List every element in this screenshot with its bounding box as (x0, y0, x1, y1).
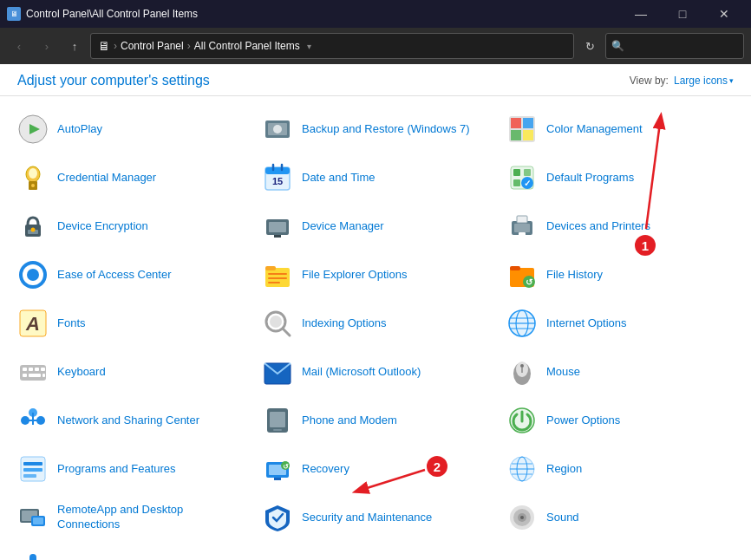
item-icon (506, 211, 538, 242)
item-icon (262, 259, 293, 290)
grid-item[interactable]: Backup and Restore (Windows 7) (253, 105, 498, 153)
item-label: Device Encryption (57, 219, 148, 234)
title-bar: 🖥 Control Panel\All Control Panel Items … (0, 0, 751, 28)
item-label: File Explorer Options (302, 268, 407, 283)
item-icon (17, 453, 49, 485)
item-label: RemoteApp and Desktop Connections (57, 503, 245, 532)
item-icon (262, 502, 293, 533)
minimize-button[interactable]: — (621, 0, 661, 28)
item-label: Ease of Access Center (57, 268, 172, 283)
back-button[interactable]: ‹ (7, 34, 31, 58)
grid-item[interactable]: Mouse (498, 348, 742, 396)
svg-point-4 (273, 125, 282, 133)
item-icon (17, 356, 49, 387)
grid-item[interactable]: Programs and Features (9, 445, 253, 493)
svg-rect-63 (23, 374, 27, 377)
grid-item[interactable]: Security and Maintenance (253, 493, 498, 542)
svg-rect-35 (519, 232, 526, 237)
item-label: Default Programs (546, 171, 634, 186)
svg-text:A: A (25, 313, 40, 335)
grid-item[interactable]: Credential Manager (9, 153, 253, 202)
item-icon (17, 550, 49, 560)
item-icon (506, 356, 538, 387)
svg-rect-9 (523, 130, 533, 140)
grid-item[interactable]: Power Options (498, 396, 742, 445)
refresh-button[interactable]: ↻ (578, 34, 602, 58)
address-chevron[interactable]: ▾ (307, 42, 311, 51)
item-label: Device Manager (302, 219, 384, 234)
item-label: File History (546, 268, 603, 283)
grid-item[interactable]: Ease of Access Center (9, 251, 253, 299)
grid-item[interactable]: Devices and Printers (498, 202, 742, 251)
forward-button[interactable]: › (35, 34, 59, 58)
grid-item[interactable]: Internet Options (498, 299, 742, 348)
grid-item[interactable]: Indexing Options (253, 299, 498, 348)
item-label: Keyboard (57, 365, 106, 380)
grid-item[interactable]: Phone and Modem (253, 396, 498, 445)
grid-item[interactable]: Region (498, 445, 742, 493)
grid-item[interactable]: Network and Sharing Center (9, 396, 253, 445)
grid-item[interactable]: ↺File History (498, 251, 742, 299)
grid-item[interactable]: Device Manager (253, 202, 498, 251)
svg-line-51 (283, 329, 290, 335)
address-bar: ‹ › ↑ 🖥 › Control Panel › All Control Pa… (0, 28, 751, 64)
path1: Control Panel (121, 40, 184, 52)
svg-text:15: 15 (272, 176, 283, 186)
svg-rect-21 (513, 179, 520, 186)
view-by-label: View by: (630, 75, 669, 87)
search-box[interactable]: 🔍 (605, 33, 744, 59)
item-label: Date and Time (302, 171, 376, 186)
grid-item[interactable]: Device Encryption (9, 202, 253, 251)
item-label: Region (546, 462, 582, 477)
app-icon: 🖥 (7, 7, 21, 21)
svg-rect-84 (23, 474, 36, 478)
item-label: Fonts (57, 316, 86, 331)
grid-item[interactable]: Keyboard (9, 348, 253, 396)
svg-point-28 (31, 228, 36, 232)
address-box[interactable]: 🖥 › Control Panel › All Control Panel It… (90, 33, 574, 59)
item-label: Mail (Microsoft Outlook) (302, 365, 421, 380)
item-icon (506, 114, 538, 145)
item-icon (262, 308, 293, 339)
grid-item[interactable]: AFonts (9, 299, 253, 348)
up-button[interactable]: ↑ (62, 34, 87, 58)
svg-rect-79 (273, 429, 282, 431)
item-label: Credential Manager (57, 171, 156, 186)
item-icon: ↺ (506, 259, 538, 290)
items-grid: AutoPlayBackup and Restore (Windows 7)Co… (0, 96, 751, 560)
grid-item[interactable]: 15Date and Time (253, 153, 498, 202)
svg-point-71 (520, 364, 524, 368)
grid-item[interactable]: RemoteApp and Desktop Connections (9, 493, 253, 542)
svg-text:✓: ✓ (524, 179, 531, 188)
svg-rect-41 (268, 273, 287, 275)
view-by-dropdown[interactable]: Large icons ▾ (674, 75, 734, 87)
maximize-button[interactable]: □ (663, 0, 702, 28)
grid-item[interactable]: Mail (Microsoft Outlook) (253, 348, 498, 396)
svg-point-13 (31, 184, 35, 187)
view-by: View by: Large icons ▾ (630, 75, 734, 87)
item-icon (17, 405, 49, 436)
svg-text:↺: ↺ (283, 463, 289, 471)
item-icon: ✓ (506, 162, 538, 193)
grid-item[interactable]: ✓Default Programs (498, 153, 742, 202)
grid-item[interactable]: Color Management (498, 105, 742, 153)
close-button[interactable]: ✕ (704, 0, 744, 28)
sep1: › (114, 40, 117, 52)
item-icon (17, 259, 49, 290)
svg-rect-103 (29, 554, 36, 560)
item-label: Mouse (546, 365, 580, 380)
grid-item[interactable]: Sound (498, 493, 742, 542)
grid-item[interactable]: File Explorer Options (253, 251, 498, 299)
svg-rect-64 (29, 374, 41, 377)
item-label: Internet Options (546, 316, 627, 331)
svg-rect-98 (33, 518, 43, 524)
svg-rect-33 (514, 224, 530, 232)
grid-item[interactable]: ↺Recovery (253, 445, 498, 493)
svg-rect-31 (274, 235, 281, 238)
svg-rect-7 (523, 118, 533, 128)
svg-rect-87 (274, 478, 281, 480)
grid-item[interactable]: Speech Recognition (9, 542, 253, 560)
svg-rect-58 (20, 365, 46, 381)
svg-point-102 (520, 516, 524, 519)
grid-item[interactable]: AutoPlay (9, 105, 253, 153)
